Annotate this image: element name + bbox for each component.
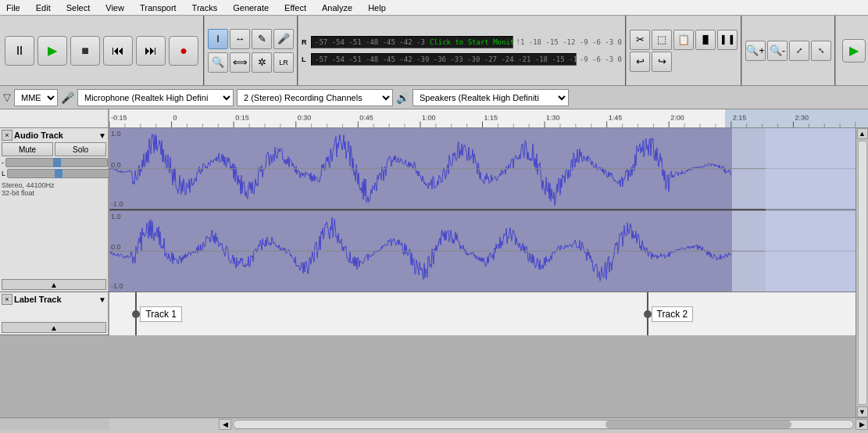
menu-transport[interactable]: Transport [137,3,180,13]
multi-tool-button[interactable]: ✲ [252,52,272,73]
hscroll-thumb[interactable] [605,420,791,428]
selection-tool-button[interactable]: I [208,29,228,49]
silence-button[interactable]: ▌▐ [717,30,738,50]
pause-button[interactable]: ⏸ [5,36,34,66]
click-to-monitor-text[interactable]: Click to Start Monitoring [430,38,513,46]
play-speed-toolbar: ▶ − + [836,16,868,85]
scroll-down-button[interactable]: ▼ [857,406,868,417]
stop-button[interactable]: ■ [70,36,100,66]
mic-tool-button[interactable]: 🎤 [273,29,294,49]
hscroll-right-button[interactable]: ▶ [855,419,868,430]
tracks-container: × Audio Track ▼ Mute Solo - + L R [0,128,855,417]
label-track-controls: × Label Track ▼ ▲ [0,292,109,335]
hscroll-left-button[interactable]: ◀ [219,419,231,430]
scroll-thumb[interactable] [858,141,867,405]
record-button[interactable]: ● [169,36,198,66]
audio-track-name: Audio Track [14,131,97,140]
transport-toolbar: ⏸ ▶ ■ ⏮ ⏭ ● [0,16,205,85]
draw-tool-button[interactable]: ✎ [252,29,272,49]
zoom-toolbar: 🔍+ 🔍- ⤢ ⤡ [742,16,836,85]
label-track-menu-button[interactable]: ▼ [98,295,106,304]
edit-effects-toolbar: ✂ ⬚ 📋 ▐▌ ▌▐ ↩ ↪ [627,16,742,85]
expand-icon: ▲ [50,281,58,289]
menu-effect[interactable]: Effect [281,3,309,13]
timeline-ruler[interactable] [0,109,868,128]
menu-analyze[interactable]: Analyze [319,3,355,13]
audio-track-info: Stereo, 44100Hz 32-bit float [2,181,106,197]
label-text-track2[interactable]: Track 2 [652,306,694,322]
trim-button[interactable]: ▐▌ [695,30,716,50]
play-icon: ▶ [48,43,57,58]
paste-button[interactable]: 📋 [673,30,694,50]
scroll-up-button[interactable]: ▲ [857,128,868,139]
edit-row-1: ✂ ⬚ 📋 ▐▌ ▌▐ [630,30,738,50]
menu-edit[interactable]: Edit [33,3,54,13]
undo-button[interactable]: ↩ [630,52,650,72]
audio-track-close-button[interactable]: × [2,130,13,141]
pan-slider-row: L R [2,169,106,178]
hscroll-track[interactable] [233,420,854,429]
speaker-icon: 🔊 [396,91,409,104]
redo-button[interactable]: ↪ [652,52,672,72]
menu-help[interactable]: Help [365,3,389,13]
tools-row-2: 🔍 ⟺ ✲ LR [208,52,294,73]
vertical-scrollbar[interactable]: ▲ ▼ [855,128,868,417]
zoom-out-button[interactable]: 🔍- [767,41,788,61]
hscroll-spacer [109,418,219,430]
label-track-content[interactable]: Track 1 Track 2 [109,292,855,335]
label-track-header: × Label Track ▼ [2,294,106,305]
zoom-sel-button[interactable]: ⤡ [811,41,831,61]
tools-toolbar: I ↔ ✎ 🎤 🔍 ⟺ ✲ LR [205,16,298,85]
play-button[interactable]: ▶ [38,36,67,66]
menu-view[interactable]: View [102,3,127,13]
record-icon: ● [180,44,188,58]
label-track-row: × Label Track ▼ ▲ Track 1 [0,292,855,335]
zoom-fit-button[interactable]: ⤢ [789,41,809,61]
label-marker-dot-1 [132,310,140,318]
horizontal-scrollbar-area[interactable]: ◀ ▶ [0,417,868,430]
label-text-track1[interactable]: Track 1 [140,306,182,322]
mute-button[interactable]: Mute [2,142,53,156]
speaker-select[interactable]: Speakers (Realtek High Definiti [413,89,569,106]
copy-button[interactable]: ⬚ [652,30,672,50]
zoom-tool-button[interactable]: 🔍 [208,52,228,73]
label-track-close-button[interactable]: × [2,294,13,305]
time-shift-tool-button[interactable]: ⟺ [230,52,250,73]
record-meter-bar[interactable]: -57 -54 -51 -48 -45 -42 -3 Click to Star… [311,36,513,48]
play-meter-label: L [302,55,308,63]
api-select[interactable]: MME [14,89,58,106]
play-meter-right-scale: -9 -6 -3 0 [580,55,622,63]
audio-track-info-line2: 32-bit float [2,189,106,197]
play-meter-bar[interactable]: -57 -54 -51 -48 -45 -42 -39 -36 -33 -30 … [311,53,577,66]
menu-bar: File Edit Select View Transport Tracks G… [0,0,868,16]
pan-slider[interactable] [7,169,109,178]
gain-slider[interactable] [5,158,108,167]
menu-select[interactable]: Select [63,3,94,13]
audio-track-waveform-area[interactable] [109,128,855,292]
record-meter-scale: -57 -54 -51 -48 -45 -42 -3 [315,38,425,46]
audio-track-menu-button[interactable]: ▼ [98,131,106,140]
zoom-in-button[interactable]: 🔍+ [745,41,766,61]
menu-file[interactable]: File [3,3,23,13]
skip-start-button[interactable]: ⏮ [103,36,133,66]
channels-select[interactable]: 2 (Stereo) Recording Channels [237,89,393,106]
skip-start-icon: ⏮ [112,44,124,58]
envelope-tool-button[interactable]: ↔ [230,29,250,49]
edit-row-2: ↩ ↪ [630,52,738,72]
gain-minus-label: - [2,159,4,166]
microphone-select[interactable]: Microphone (Realtek High Defini [77,89,234,106]
play-speed-button[interactable]: ▶ [842,39,866,63]
label-track-expand-button[interactable]: ▲ [2,322,106,333]
meter-toolbar: R -57 -54 -51 -48 -45 -42 -3 Click to St… [298,16,627,85]
solo-button[interactable]: Solo [55,142,106,156]
audio-track-expand-button[interactable]: ▲ [2,279,106,290]
skip-end-button[interactable]: ⏭ [136,36,166,66]
lr-tool-button[interactable]: LR [273,52,294,73]
scissors-button[interactable]: ✂ [630,30,650,50]
audio-track-row: × Audio Track ▼ Mute Solo - + L R [0,128,855,292]
menu-tracks[interactable]: Tracks [189,3,221,13]
ruler-ticks-area [109,109,855,127]
device-menu-icon[interactable]: ▽ [3,91,11,103]
menu-generate[interactable]: Generate [230,3,272,13]
skip-end-icon: ⏭ [145,44,157,58]
